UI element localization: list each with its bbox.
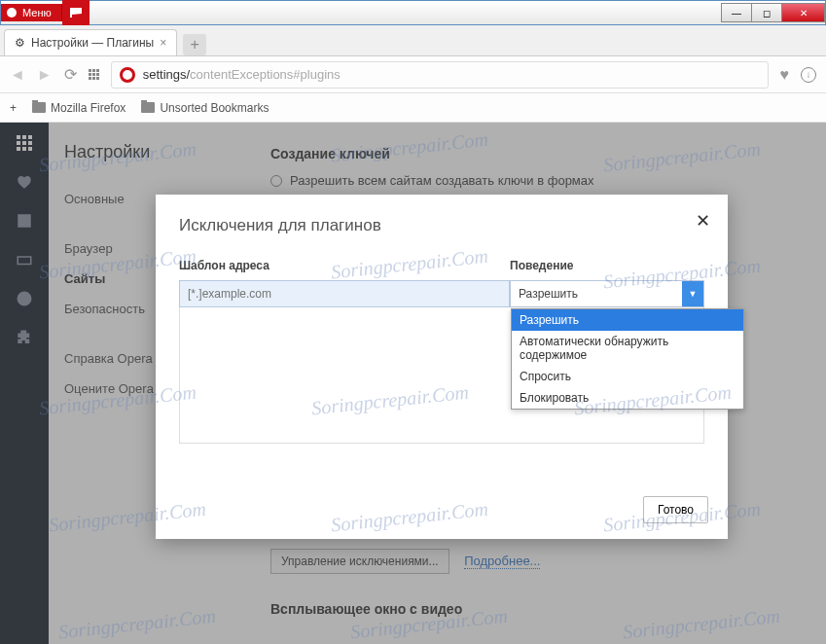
behavior-select[interactable]: Разрешить ▼ Разрешить Автоматически обна… — [510, 280, 704, 307]
new-tab-button[interactable]: + — [183, 34, 206, 55]
option-ask[interactable]: Спросить — [512, 366, 743, 387]
option-block[interactable]: Блокировать — [512, 387, 743, 409]
toolbar: ◄ ► ⟳ settings/contentExceptions#plugins… — [0, 56, 826, 93]
bookmark-folder-firefox[interactable]: Mozilla Firefox — [32, 101, 126, 115]
modal-col-behavior: Поведение Разрешить ▼ Разрешить Автомати… — [510, 259, 704, 307]
modal-close-button[interactable]: ✕ — [696, 210, 710, 232]
behavior-dropdown: Разрешить Автоматически обнаружить содер… — [511, 308, 744, 410]
done-button[interactable]: Готово — [643, 496, 708, 523]
add-bookmark-button[interactable]: + — [10, 101, 17, 115]
speed-dial-icon[interactable] — [89, 69, 99, 80]
tab-bar: ⚙ Настройки — Плагины × + — [0, 25, 826, 56]
behavior-label: Поведение — [510, 259, 704, 272]
exceptions-modal: Исключения для плагинов ✕ Шаблон адреса … — [156, 195, 728, 539]
pattern-input[interactable] — [179, 280, 510, 307]
modal-title: Исключения для плагинов — [179, 216, 704, 235]
gear-icon: ⚙ — [15, 36, 25, 50]
window-controls: — ◻ ✕ — [722, 3, 825, 22]
maximize-button[interactable]: ◻ — [751, 3, 782, 22]
tab-close-icon[interactable]: × — [160, 36, 166, 50]
modal-col-pattern: Шаблон адреса — [179, 259, 510, 307]
bookmarks-bar: + Mozilla Firefox Unsorted Bookmarks — [0, 93, 826, 123]
option-allow[interactable]: Разрешить — [512, 309, 743, 331]
folder-icon — [32, 102, 46, 113]
close-button[interactable]: ✕ — [781, 3, 825, 22]
chevron-down-icon: ▼ — [682, 281, 703, 306]
url-text: settings/contentExceptions#plugins — [143, 67, 341, 82]
tab-title: Настройки — Плагины — [31, 36, 154, 50]
titlebar-left: Меню — [1, 0, 90, 25]
folder-icon — [141, 102, 155, 113]
forward-button[interactable]: ► — [37, 66, 53, 84]
pattern-label: Шаблон адреса — [179, 259, 510, 272]
opera-icon — [120, 67, 135, 83]
downloads-icon[interactable]: ↓ — [801, 67, 816, 83]
heart-icon[interactable]: ♥ — [780, 66, 790, 84]
bookmark-folder-unsorted[interactable]: Unsorted Bookmarks — [141, 101, 269, 115]
address-bar[interactable]: settings/contentExceptions#plugins — [111, 61, 769, 89]
reload-button[interactable]: ⟳ — [64, 65, 77, 84]
tab-settings-plugins[interactable]: ⚙ Настройки — Плагины × — [4, 29, 177, 55]
back-button[interactable]: ◄ — [10, 66, 25, 84]
window-titlebar: Меню — ◻ ✕ — [0, 0, 826, 25]
minimize-button[interactable]: — — [721, 3, 752, 22]
select-value: Разрешить — [519, 287, 578, 301]
menu-button[interactable]: Меню — [1, 4, 62, 21]
option-autodetect[interactable]: Автоматически обнаружить содержимое — [512, 331, 743, 366]
flag-icon[interactable] — [62, 0, 90, 25]
